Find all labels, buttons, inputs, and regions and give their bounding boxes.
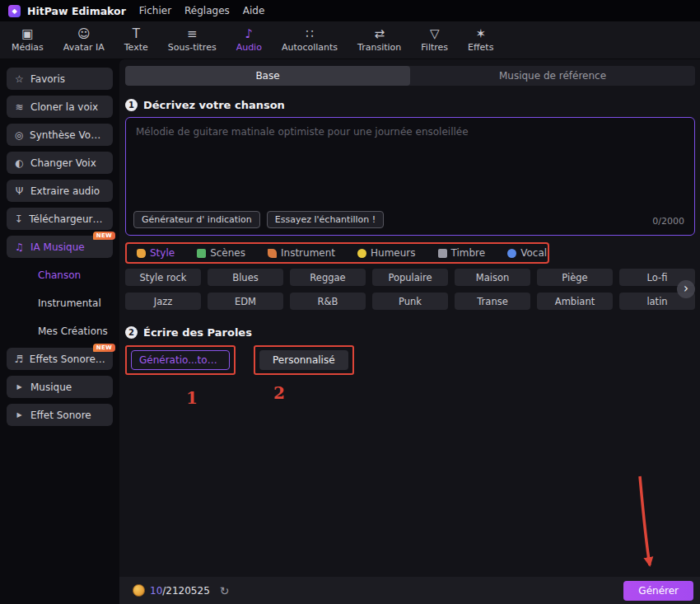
chip-reggae[interactable]: Reggae <box>290 269 366 286</box>
sidebar-item-favoris[interactable]: ☆ Favoris <box>7 68 113 90</box>
new-badge: NEW <box>93 232 115 240</box>
filters-icon: ▽ <box>430 27 440 41</box>
toolbar-label: Avatar IA <box>63 42 105 53</box>
toolbar-item-medias[interactable]: ▣ Médias <box>12 27 44 53</box>
toolbar-item-sous-titres[interactable]: ≡ Sous-titres <box>168 27 217 53</box>
annotation-marker-1: 1 <box>186 388 198 408</box>
chip-blues[interactable]: Blues <box>208 269 283 286</box>
annotation-marker-2: 2 <box>273 383 285 403</box>
chip-populaire[interactable]: Populaire <box>372 269 448 286</box>
tab-musique-de-reference[interactable]: Musique de référence <box>410 66 695 86</box>
try-sample-button[interactable]: Essayez l'échantillon ! <box>267 211 384 228</box>
avatar-icon: ☺ <box>77 27 91 41</box>
style-chips-area: Style rock Blues Reggae Populaire Maison… <box>125 269 695 310</box>
chip-punk[interactable]: Punk <box>372 293 448 310</box>
chip-ambiant[interactable]: Ambiant <box>537 293 613 310</box>
annotation-box-1: Génératio...tomatique <box>125 345 236 375</box>
lyrics-buttons-row: Génératio...tomatique Personnalisé 1 2 <box>125 345 695 436</box>
chip-edm[interactable]: EDM <box>208 293 283 310</box>
refresh-icon[interactable]: ↻ <box>220 584 230 597</box>
transition-icon: ⇄ <box>374 27 385 41</box>
category-tab-scenes[interactable]: Scènes <box>197 247 245 259</box>
toolbar-item-texte[interactable]: T Texte <box>124 27 148 53</box>
custom-lyrics-button[interactable]: Personnalisé <box>259 350 348 370</box>
sidebar-subitem-instrumental[interactable]: Instrumental <box>7 292 113 314</box>
palette-icon <box>137 249 146 258</box>
sidebar-item-cloner-la-voix[interactable]: ≋ Cloner la voix <box>7 96 113 118</box>
sidebar-subitem-chanson[interactable]: Chanson <box>7 264 113 286</box>
stickers-icon: ∷ <box>306 27 314 41</box>
sidebar-subitem-mes-creations[interactable]: Mes Créations <box>7 320 113 342</box>
toolbar-item-autocollants[interactable]: ∷ Autocollants <box>282 27 338 53</box>
voice-clone-icon: ≋ <box>14 101 25 113</box>
expand-arrow-icon: ▶ <box>14 411 25 419</box>
main-toolbar: ▣ Médias ☺ Avatar IA T Texte ≡ Sous-titr… <box>0 21 700 59</box>
step-number-1: 1 <box>125 99 138 111</box>
toolbar-item-avatar-ia[interactable]: ☺ Avatar IA <box>63 27 105 53</box>
sidebar-item-ia-musique[interactable]: ♫ IA Musique NEW <box>7 236 113 258</box>
chip-style-rock[interactable]: Style rock <box>125 269 201 286</box>
category-tab-timbre[interactable]: Timbre <box>438 247 486 259</box>
credits-total: /2120525 <box>162 585 210 597</box>
auto-generation-button[interactable]: Génératio...tomatique <box>131 350 230 370</box>
sidebar-item-changer-voix[interactable]: ◐ Changer Voix <box>7 152 113 174</box>
category-tab-humeurs[interactable]: Humeurs <box>357 247 416 259</box>
describe-box-buttons: Générateur d' indication Essayez l'échan… <box>133 211 384 228</box>
style-chips-grid: Style rock Blues Reggae Populaire Maison… <box>125 269 695 310</box>
category-tab-vocal[interactable]: Vocal <box>507 247 547 259</box>
credits-used: 10 <box>150 585 162 597</box>
vocal-icon <box>507 249 516 258</box>
smiley-icon <box>357 249 366 258</box>
menu-fichier[interactable]: Fichier <box>139 5 171 16</box>
audio-icon: ♪ <box>245 27 253 41</box>
coin-icon <box>133 584 145 597</box>
category-tabs-annotated-box: Style Scènes Instrument Humeurs Timbre V… <box>125 242 549 264</box>
media-icon: ▣ <box>21 27 33 41</box>
guitar-icon <box>268 249 277 258</box>
char-counter: 0/2000 <box>652 216 684 227</box>
song-description-textarea[interactable]: Mélodie de guitare matinale optimiste po… <box>125 117 695 236</box>
toolbar-label: Effets <box>468 42 493 53</box>
main-panel: Base Musique de référence 1 Décrivez vot… <box>119 59 700 604</box>
tab-base[interactable]: Base <box>125 66 410 86</box>
menu-reglages[interactable]: Réglages <box>184 5 230 16</box>
chip-jazz[interactable]: Jazz <box>125 293 201 310</box>
tts-icon: ◎ <box>14 129 24 141</box>
toolbar-label: Texte <box>124 42 148 53</box>
subtitles-icon: ≡ <box>187 27 198 41</box>
chip-piege[interactable]: Piège <box>537 269 613 286</box>
toolbar-item-filtres[interactable]: ▽ Filtres <box>421 27 448 53</box>
mode-tabs: Base Musique de référence <box>125 66 695 86</box>
text-icon: T <box>133 27 140 41</box>
toolbar-label: Sous-titres <box>168 42 217 53</box>
prompt-generator-button[interactable]: Générateur d' indication <box>133 211 260 228</box>
toolbar-item-transition[interactable]: ⇄ Transition <box>357 27 401 53</box>
menu-aide[interactable]: Aide <box>243 5 265 16</box>
sidebar-item-telechargeur-audio[interactable]: ↧ Téléchargeur au... <box>7 208 113 230</box>
new-badge: NEW <box>93 344 115 352</box>
toolbar-label: Médias <box>12 42 44 53</box>
chip-rnb[interactable]: R&B <box>290 293 366 310</box>
generate-button[interactable]: Générer <box>623 581 693 601</box>
toolbar-item-effets[interactable]: ✶ Effets <box>468 27 493 53</box>
sidebar-item-effets-sonores[interactable]: ♬ Effets Sonores ... NEW <box>7 348 113 370</box>
sidebar: ☆ Favoris ≋ Cloner la voix ◎ Synthèse Vo… <box>0 59 119 604</box>
chip-transe[interactable]: Transe <box>455 293 530 310</box>
toolbar-label: Autocollants <box>282 42 338 53</box>
sidebar-item-musique[interactable]: ▶ Musique <box>7 376 113 398</box>
category-tab-style[interactable]: Style <box>137 247 175 259</box>
describe-section-heading: 1 Décrivez votre chanson <box>125 99 695 111</box>
toolbar-label: Transition <box>357 42 401 53</box>
category-tab-instrument[interactable]: Instrument <box>268 247 335 259</box>
chip-maison[interactable]: Maison <box>455 269 530 286</box>
scene-icon <box>197 249 206 258</box>
sidebar-item-synthese-vocale[interactable]: ◎ Synthèse Vocale <box>7 124 113 146</box>
toolbar-label: Audio <box>236 42 262 53</box>
bottom-bar: 10/2120525 ↻ Générer <box>119 577 700 604</box>
sidebar-item-extraire-audio[interactable]: Ψ Extraire audio <box>7 180 113 202</box>
sidebar-item-effet-sonore[interactable]: ▶ Effet Sonore <box>7 404 113 426</box>
chevron-right-button[interactable]: › <box>677 280 695 298</box>
timbre-icon <box>438 249 447 258</box>
step-number-2: 2 <box>125 326 138 339</box>
toolbar-item-audio[interactable]: ♪ Audio <box>236 27 262 53</box>
